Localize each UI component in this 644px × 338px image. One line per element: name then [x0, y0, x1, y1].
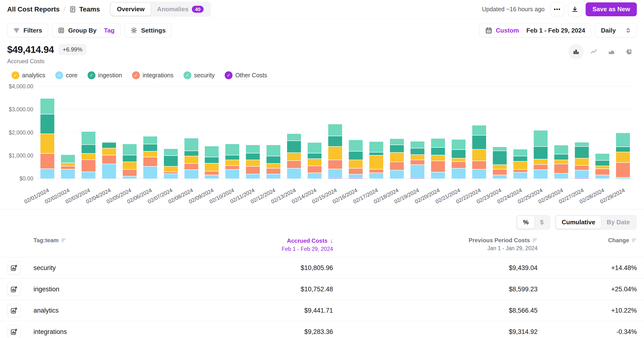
- toggle-unit-%[interactable]: %: [517, 216, 534, 229]
- stacked-bar[interactable]: [493, 86, 507, 179]
- stacked-bar[interactable]: [472, 86, 486, 179]
- bar-segment-core[interactable]: [472, 169, 486, 179]
- stacked-bar[interactable]: [205, 86, 219, 179]
- bar-segment-core[interactable]: [596, 175, 609, 179]
- bar-segment-integrations[interactable]: [554, 164, 568, 174]
- bar-segment-security[interactable]: [164, 149, 178, 156]
- bar-segment-ingestion[interactable]: [349, 152, 363, 160]
- stacked-bar[interactable]: [246, 86, 260, 179]
- bar-segment-ingestion[interactable]: [616, 147, 630, 152]
- granularity-select[interactable]: Daily: [595, 24, 637, 37]
- bar-segment-security[interactable]: [493, 147, 507, 151]
- bar-segment-security[interactable]: [534, 130, 548, 147]
- bar-segment-core[interactable]: [349, 175, 363, 178]
- bar-segment-ingestion[interactable]: [205, 157, 219, 163]
- bar-segment-core[interactable]: [390, 170, 404, 179]
- bar-segment-security[interactable]: [472, 125, 486, 136]
- bar-segment-integrations[interactable]: [575, 166, 589, 170]
- bar-segment-security[interactable]: [349, 140, 363, 152]
- download-button[interactable]: [568, 3, 582, 16]
- breadcrumb-root-link[interactable]: All Cost Reports: [7, 6, 60, 13]
- toggle-unit-$[interactable]: $: [534, 216, 549, 229]
- bar-segment-ingestion[interactable]: [164, 156, 178, 167]
- legend-item-other-costs[interactable]: ✓Other Costs: [225, 71, 267, 79]
- bar-segment-analytics[interactable]: [184, 156, 198, 164]
- stacked-bar[interactable]: [184, 86, 198, 179]
- bar-segment-analytics[interactable]: [390, 153, 404, 162]
- bar-segment-analytics[interactable]: [369, 156, 383, 169]
- add-to-chart-button[interactable]: [7, 325, 20, 338]
- bar-segment-security[interactable]: [143, 136, 157, 144]
- group-by-button[interactable]: Group By Tag: [52, 24, 120, 37]
- table-row-ingestion[interactable]: ingestion$10,752.48$8,599.23+25.04%: [0, 279, 644, 300]
- bar-segment-integrations[interactable]: [266, 169, 280, 174]
- bar-segment-analytics[interactable]: [143, 152, 157, 157]
- bar-segment-integrations[interactable]: [82, 160, 96, 172]
- bar-segment-ingestion[interactable]: [266, 156, 280, 164]
- bar-segment-ingestion[interactable]: [596, 161, 609, 166]
- stacked-bar[interactable]: [390, 86, 404, 179]
- bar-segment-analytics[interactable]: [514, 162, 527, 170]
- bar-segment-security[interactable]: [40, 99, 54, 114]
- bar-segment-integrations[interactable]: [452, 162, 466, 169]
- bar-segment-integrations[interactable]: [40, 154, 54, 169]
- bar-segment-integrations[interactable]: [225, 166, 239, 170]
- bar-segment-integrations[interactable]: [616, 163, 630, 178]
- bar-segment-analytics[interactable]: [452, 158, 466, 162]
- bar-segment-ingestion[interactable]: [369, 152, 383, 156]
- bar-segment-ingestion[interactable]: [431, 148, 445, 155]
- bar-segment-core[interactable]: [410, 165, 424, 178]
- pie-chart-icon-button[interactable]: [622, 44, 637, 59]
- bar-segment-core[interactable]: [61, 169, 75, 179]
- bar-segment-core[interactable]: [452, 169, 466, 179]
- bar-chart-icon-button[interactable]: [568, 44, 584, 59]
- bar-segment-analytics[interactable]: [431, 155, 445, 161]
- bar-segment-core[interactable]: [534, 170, 548, 179]
- bar-segment-ingestion[interactable]: [575, 147, 589, 159]
- bar-segment-security[interactable]: [205, 146, 219, 157]
- bar-segment-security[interactable]: [514, 149, 527, 156]
- bar-segment-integrations[interactable]: [369, 169, 383, 173]
- bar-segment-core[interactable]: [431, 172, 445, 179]
- stacked-bar[interactable]: [164, 86, 178, 179]
- bar-segment-analytics[interactable]: [266, 164, 280, 169]
- bar-segment-integrations[interactable]: [431, 161, 445, 172]
- bar-segment-analytics[interactable]: [287, 153, 301, 161]
- bar-segment-analytics[interactable]: [596, 166, 609, 169]
- bar-segment-core[interactable]: [225, 170, 239, 179]
- bar-segment-analytics[interactable]: [575, 158, 589, 166]
- bar-segment-analytics[interactable]: [616, 152, 630, 163]
- stacked-bar[interactable]: [534, 86, 548, 179]
- bar-segment-core[interactable]: [184, 170, 198, 179]
- stacked-bar[interactable]: [287, 86, 301, 179]
- stacked-bar[interactable]: [328, 86, 342, 179]
- bar-segment-analytics[interactable]: [40, 134, 54, 154]
- column-header-change[interactable]: Change: [538, 237, 637, 244]
- bar-segment-security[interactable]: [246, 145, 260, 153]
- bar-segment-core[interactable]: [287, 169, 301, 179]
- bar-segment-security[interactable]: [616, 133, 630, 147]
- bar-segment-security[interactable]: [225, 144, 239, 155]
- area-chart-icon-button[interactable]: [604, 44, 619, 59]
- bar-segment-ingestion[interactable]: [534, 147, 548, 159]
- bar-segment-security[interactable]: [575, 142, 589, 147]
- bar-segment-security[interactable]: [596, 154, 609, 161]
- bar-segment-integrations[interactable]: [534, 165, 548, 170]
- stacked-bar[interactable]: [514, 86, 527, 179]
- bar-segment-integrations[interactable]: [164, 172, 178, 174]
- bar-segment-integrations[interactable]: [390, 162, 404, 170]
- legend-item-integrations[interactable]: ✓integrations: [132, 71, 174, 79]
- bar-segment-core[interactable]: [123, 176, 136, 179]
- bar-segment-ingestion[interactable]: [410, 148, 424, 155]
- line-chart-icon-button[interactable]: [586, 44, 602, 59]
- bar-segment-ingestion[interactable]: [82, 145, 96, 154]
- bar-segment-core[interactable]: [266, 174, 280, 179]
- bar-segment-analytics[interactable]: [554, 160, 568, 164]
- bar-segment-integrations[interactable]: [308, 166, 322, 173]
- column-header-previous-period[interactable]: Previous Period Costs Jan 1 - Jan 29, 20…: [333, 237, 538, 252]
- stacked-bar[interactable]: [225, 86, 239, 179]
- bar-segment-analytics[interactable]: [308, 159, 322, 166]
- bar-segment-core[interactable]: [308, 173, 322, 179]
- bar-segment-core[interactable]: [40, 169, 54, 179]
- bar-segment-analytics[interactable]: [349, 160, 363, 169]
